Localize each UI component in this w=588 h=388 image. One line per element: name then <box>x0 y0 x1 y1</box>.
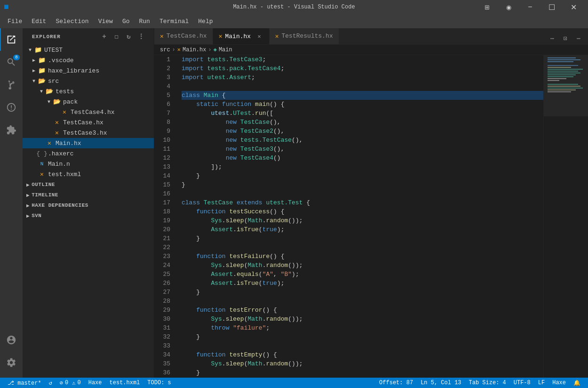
maximize-button[interactable]: ☐ <box>541 0 563 14</box>
menu-edit[interactable]: Edit <box>28 16 50 27</box>
code-line[interactable]: function testError() { <box>182 306 543 315</box>
tree-item-vscode[interactable]: ▶ 📁 .vscode <box>23 55 154 65</box>
tree-item-haxe-libraries[interactable]: ▶ 📁 haxe_libraries <box>23 65 154 76</box>
status-encoding[interactable]: UTF-8 <box>510 378 534 388</box>
code-line[interactable]: throw "failure"; <box>182 323 543 332</box>
tab-testcase[interactable]: ✕ TestCase.hx <box>154 28 213 44</box>
menu-terminal[interactable]: Terminal <box>156 16 192 27</box>
status-sync[interactable]: ↺ <box>45 378 56 388</box>
section-timeline[interactable]: ▶ TIMELINE <box>23 190 154 200</box>
code-line[interactable] <box>182 82 543 91</box>
status-ln-col[interactable]: Ln 5, Col 13 <box>417 378 465 388</box>
breadcrumb-file[interactable]: Main.hx <box>183 47 206 53</box>
status-tab-size[interactable]: Tab Size: 4 <box>465 378 510 388</box>
activity-explorer[interactable] <box>0 28 23 51</box>
code-line[interactable]: import tests.pack.TestCase4; <box>182 64 543 73</box>
layout-btn[interactable]: ⊡ <box>560 33 571 44</box>
code-line[interactable] <box>182 189 543 198</box>
layout-icon[interactable]: ⊞ <box>476 0 498 14</box>
code-line[interactable]: new tests.TestCase(), <box>182 136 543 145</box>
tree-item-src[interactable]: ▼ 📂 src <box>23 76 154 86</box>
tab-main-close[interactable]: ✕ <box>255 32 263 40</box>
activity-extensions[interactable] <box>0 119 23 141</box>
code-line[interactable]: function testFailure() { <box>182 252 543 261</box>
code-line[interactable]: import utest.Assert; <box>182 73 543 82</box>
code-line[interactable]: utest.UTest.run([ <box>182 109 543 118</box>
code-line[interactable]: function testEmpty() { <box>182 350 543 359</box>
code-line[interactable] <box>182 297 543 306</box>
breadcrumb-src[interactable]: src <box>160 47 170 53</box>
code-area[interactable]: import tests.TestCase3;import tests.pack… <box>178 55 543 378</box>
tree-item-testcase4[interactable]: ✕ TestCase4.hx <box>23 107 154 117</box>
tree-item-pack[interactable]: ▼ 📂 pack <box>23 97 154 107</box>
activity-debug[interactable] <box>0 96 23 119</box>
code-line[interactable]: class Main { <box>182 91 543 100</box>
code-line[interactable]: class TestCase extends utest.Test { <box>182 198 543 207</box>
menu-go[interactable]: Go <box>119 16 134 27</box>
tree-item-haxerc[interactable]: { } .haxerc <box>23 148 154 159</box>
status-haxe[interactable]: Haxe <box>85 378 106 388</box>
code-line[interactable]: new TestCase(), <box>182 118 543 127</box>
menu-file[interactable]: File <box>4 16 26 27</box>
activity-search[interactable]: 8 <box>0 51 23 73</box>
new-file-btn[interactable]: + <box>99 32 110 42</box>
code-line[interactable]: new TestCase2(), <box>182 127 543 136</box>
code-line[interactable] <box>182 243 543 252</box>
tab-main[interactable]: ✕ Main.hx ✕ <box>213 28 270 44</box>
code-line[interactable]: import tests.TestCase3; <box>182 55 543 64</box>
status-errors[interactable]: ⊘ 0 ⚠ 0 <box>56 378 85 388</box>
code-line[interactable]: new TestCase4() <box>182 154 543 162</box>
breadcrumb-symbol[interactable]: Main <box>219 47 232 53</box>
activity-accounts[interactable] <box>0 329 23 351</box>
new-folder-btn[interactable]: ◻ <box>111 32 122 42</box>
menu-selection[interactable]: Selection <box>52 16 92 27</box>
status-offset[interactable]: Offset: 87 <box>375 378 417 388</box>
tree-item-test-hxml[interactable]: ✕ test.hxml <box>23 169 154 179</box>
tab-testresults[interactable]: ✕ TestResults.hx <box>270 28 339 44</box>
section-outline[interactable]: ▶ OUTLINE <box>23 179 154 190</box>
status-line-ending[interactable]: LF <box>534 378 548 388</box>
more-actions-btn[interactable]: ⋯ <box>573 33 584 44</box>
section-svn[interactable]: ▶ SVN <box>23 210 154 221</box>
section-haxe-deps[interactable]: ▶ HAXE DEPENDENCIES <box>23 200 154 210</box>
status-file[interactable]: test.hxml <box>106 378 144 388</box>
tree-item-tests[interactable]: ▼ 📂 tests <box>23 86 154 97</box>
code-line[interactable]: } <box>182 234 543 243</box>
status-git-branch[interactable]: ⎇ master* <box>4 378 45 388</box>
code-line[interactable]: Assert.isTrue(true); <box>182 279 543 288</box>
code-line[interactable]: } <box>182 368 543 377</box>
code-line[interactable] <box>182 341 543 350</box>
tree-item-main-n[interactable]: N Main.n <box>23 159 154 169</box>
collapse-btn[interactable]: ⋮ <box>136 32 146 42</box>
tree-item-main[interactable]: ✕ Main.hx <box>23 138 154 148</box>
code-line[interactable]: } <box>182 171 543 180</box>
status-language[interactable]: Haxe <box>548 378 570 388</box>
code-line[interactable]: } <box>182 332 543 341</box>
code-line[interactable]: } <box>182 180 543 189</box>
code-line[interactable]: new TestCase3(), <box>182 145 543 154</box>
code-line[interactable]: Assert.equals("A", "B"); <box>182 270 543 279</box>
tree-root[interactable]: ▼ 📁 UTEST <box>23 45 154 55</box>
menu-run[interactable]: Run <box>135 16 153 27</box>
split-editor-btn[interactable]: ⋯ <box>547 33 558 44</box>
tree-item-testcase[interactable]: ✕ TestCase.hx <box>23 117 154 128</box>
code-line[interactable]: Sys.sleep(Math.random()); <box>182 359 543 368</box>
code-line[interactable]: Sys.sleep(Math.random()); <box>182 261 543 270</box>
minimize-button[interactable]: − <box>519 0 541 14</box>
code-line[interactable]: static function main() { <box>182 100 543 109</box>
code-line[interactable]: Assert.isTrue(true); <box>182 225 543 234</box>
menu-view[interactable]: View <box>95 16 117 27</box>
code-line[interactable]: function testSuccess() { <box>182 207 543 216</box>
menu-help[interactable]: Help <box>194 16 216 27</box>
network-icon[interactable]: ◉ <box>498 0 519 14</box>
refresh-btn[interactable]: ↻ <box>124 32 134 42</box>
close-button[interactable]: ✕ <box>563 0 584 14</box>
status-todo[interactable]: TODO: s <box>143 378 175 388</box>
code-line[interactable]: Sys.sleep(Math.random()); <box>182 315 543 323</box>
code-line[interactable]: } <box>182 288 543 297</box>
code-line[interactable]: Sys.sleep(Math.random()); <box>182 216 543 225</box>
status-bell[interactable]: 🔔 <box>570 378 584 388</box>
code-line[interactable]: ]); <box>182 162 543 171</box>
activity-source-control[interactable] <box>0 73 23 96</box>
activity-settings[interactable] <box>0 351 23 374</box>
